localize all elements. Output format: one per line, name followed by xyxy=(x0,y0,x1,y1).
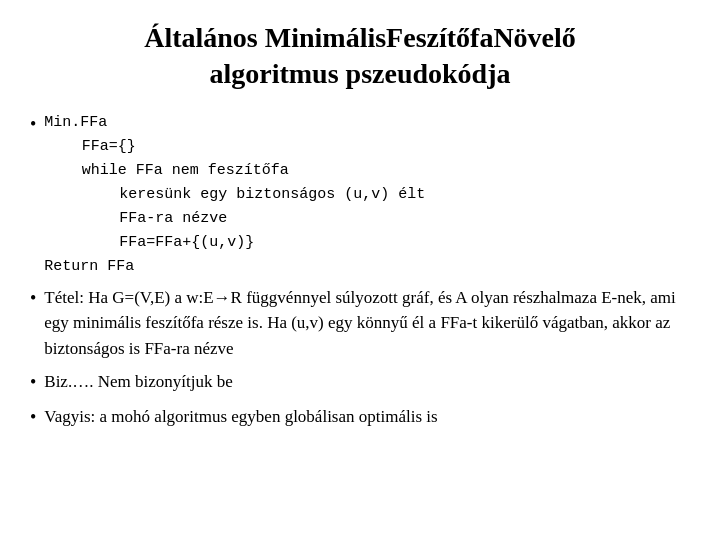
minFFA-label: Min.FFa xyxy=(44,111,690,135)
code-line-1: FFa={} xyxy=(44,135,690,159)
list-item-biz: • Biz.…. Nem bizonyítjuk be xyxy=(30,369,690,396)
minFFA-content: Min.FFa FFa={} while FFa nem feszítőfa k… xyxy=(44,111,690,279)
code-line-3: keresünk egy biztonságos (u,v) élt xyxy=(44,183,690,207)
return-line: Return FFa xyxy=(44,255,690,279)
vagyis-text: Vagyis: a mohó algoritmus egyben globáli… xyxy=(44,404,690,430)
title-line2: algoritmus pszeudokódja xyxy=(209,58,510,89)
bullet-dot-2: • xyxy=(30,285,36,312)
biz-text: Biz.…. Nem bizonyítjuk be xyxy=(44,369,690,395)
list-item-vagyis: • Vagyis: a mohó algoritmus egyben globá… xyxy=(30,404,690,431)
content-area: • Min.FFa FFa={} while FFa nem feszítőfa… xyxy=(30,111,690,432)
code-line-2: while FFa nem feszítőfa xyxy=(44,159,690,183)
code-line-4: FFa-ra nézve xyxy=(44,207,690,231)
title-line1: Általános MinimálisFeszítőfaNövelő xyxy=(144,22,576,53)
tetel-text: Tétel: Ha G=(V,E) a w:E→R függvénnyel sú… xyxy=(44,285,690,362)
list-item-tetel: • Tétel: Ha G=(V,E) a w:E→R függvénnyel … xyxy=(30,285,690,362)
code-line-5: FFa=FFa+{(u,v)} xyxy=(44,231,690,255)
bullet-dot-3: • xyxy=(30,369,36,396)
list-item-minFFA: • Min.FFa FFa={} while FFa nem feszítőfa… xyxy=(30,111,690,279)
bullet-dot-4: • xyxy=(30,404,36,431)
bullet-dot-1: • xyxy=(30,111,36,138)
page-title: Általános MinimálisFeszítőfaNövelő algor… xyxy=(30,20,690,93)
